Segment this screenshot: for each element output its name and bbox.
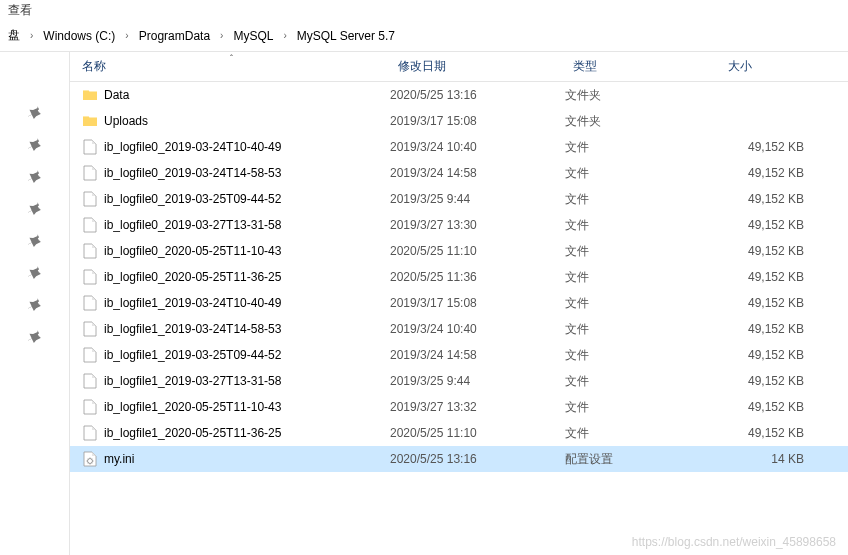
file-date: 2020/5/25 13:16 bbox=[390, 88, 565, 102]
file-row[interactable]: ib_logfile0_2020-05-25T11-10-432020/5/25… bbox=[70, 238, 848, 264]
file-type: 文件 bbox=[565, 191, 720, 208]
file-row[interactable]: ib_logfile1_2019-03-24T10-40-492019/3/17… bbox=[70, 290, 848, 316]
file-date: 2019/3/17 15:08 bbox=[390, 114, 565, 128]
file-name: ib_logfile1_2019-03-25T09-44-52 bbox=[104, 348, 281, 362]
pin-icon[interactable] bbox=[28, 298, 42, 312]
file-row[interactable]: ib_logfile1_2019-03-27T13-31-582019/3/25… bbox=[70, 368, 848, 394]
breadcrumb-item[interactable]: ProgramData bbox=[135, 27, 214, 45]
file-row[interactable]: ib_logfile1_2020-05-25T11-36-252020/5/25… bbox=[70, 420, 848, 446]
quick-access-sidebar bbox=[0, 52, 70, 555]
pin-icon[interactable] bbox=[28, 202, 42, 216]
file-name: ib_logfile1_2019-03-24T14-58-53 bbox=[104, 322, 281, 336]
file-name: ib_logfile0_2019-03-25T09-44-52 bbox=[104, 192, 281, 206]
file-row[interactable]: ib_logfile1_2019-03-25T09-44-522019/3/24… bbox=[70, 342, 848, 368]
file-name: ib_logfile0_2019-03-27T13-31-58 bbox=[104, 218, 281, 232]
pin-icon[interactable] bbox=[28, 138, 42, 152]
chevron-right-icon: › bbox=[216, 30, 227, 41]
file-type: 文件夹 bbox=[565, 113, 720, 130]
file-type: 文件 bbox=[565, 373, 720, 390]
file-size: 49,152 KB bbox=[720, 218, 820, 232]
column-headers: ˆ 名称 修改日期 类型 大小 bbox=[70, 52, 848, 82]
file-icon bbox=[82, 425, 98, 441]
pin-icon[interactable] bbox=[28, 330, 42, 344]
file-type: 文件 bbox=[565, 217, 720, 234]
file-size: 49,152 KB bbox=[720, 426, 820, 440]
file-size: 49,152 KB bbox=[720, 244, 820, 258]
sort-indicator-icon: ˆ bbox=[230, 53, 233, 63]
folder-row[interactable]: Data2020/5/25 13:16文件夹 bbox=[70, 82, 848, 108]
pin-icon[interactable] bbox=[28, 170, 42, 184]
menu-bar: 查看 bbox=[0, 0, 848, 20]
file-type: 文件 bbox=[565, 269, 720, 286]
breadcrumb: 盘›Windows (C:)›ProgramData›MySQL›MySQL S… bbox=[0, 20, 848, 52]
file-row[interactable]: my.ini2020/5/25 13:16配置设置14 KB bbox=[70, 446, 848, 472]
file-icon bbox=[82, 217, 98, 233]
file-date: 2019/3/24 10:40 bbox=[390, 140, 565, 154]
file-name: ib_logfile1_2019-03-24T10-40-49 bbox=[104, 296, 281, 310]
file-icon bbox=[82, 295, 98, 311]
file-date: 2019/3/25 9:44 bbox=[390, 374, 565, 388]
file-date: 2019/3/27 13:30 bbox=[390, 218, 565, 232]
file-icon bbox=[82, 347, 98, 363]
file-type: 文件 bbox=[565, 165, 720, 182]
file-list-pane: ˆ 名称 修改日期 类型 大小 Data2020/5/25 13:16文件夹Up… bbox=[70, 52, 848, 555]
chevron-right-icon: › bbox=[121, 30, 132, 41]
folder-row[interactable]: Uploads2019/3/17 15:08文件夹 bbox=[70, 108, 848, 134]
file-size: 49,152 KB bbox=[720, 322, 820, 336]
file-size: 49,152 KB bbox=[720, 296, 820, 310]
file-date: 2019/3/27 13:32 bbox=[390, 400, 565, 414]
file-date: 2020/5/25 11:10 bbox=[390, 244, 565, 258]
file-list: Data2020/5/25 13:16文件夹Uploads2019/3/17 1… bbox=[70, 82, 848, 472]
file-date: 2020/5/25 13:16 bbox=[390, 452, 565, 466]
folder-icon bbox=[82, 87, 98, 103]
file-date: 2019/3/25 9:44 bbox=[390, 192, 565, 206]
breadcrumb-item[interactable]: 盘 bbox=[4, 25, 24, 46]
file-date: 2019/3/24 10:40 bbox=[390, 322, 565, 336]
file-date: 2019/3/24 14:58 bbox=[390, 166, 565, 180]
breadcrumb-item[interactable]: MySQL Server 5.7 bbox=[293, 27, 399, 45]
column-header-type[interactable]: 类型 bbox=[565, 58, 720, 75]
file-row[interactable]: ib_logfile0_2019-03-25T09-44-522019/3/25… bbox=[70, 186, 848, 212]
file-icon bbox=[82, 399, 98, 415]
file-type: 文件 bbox=[565, 295, 720, 312]
file-type: 文件 bbox=[565, 139, 720, 156]
file-name: ib_logfile1_2020-05-25T11-10-43 bbox=[104, 400, 281, 414]
file-name: ib_logfile1_2020-05-25T11-36-25 bbox=[104, 426, 281, 440]
file-name: Uploads bbox=[104, 114, 148, 128]
file-size: 49,152 KB bbox=[720, 192, 820, 206]
file-size: 14 KB bbox=[720, 452, 820, 466]
file-icon bbox=[82, 269, 98, 285]
file-date: 2020/5/25 11:10 bbox=[390, 426, 565, 440]
file-icon bbox=[82, 373, 98, 389]
file-row[interactable]: ib_logfile0_2019-03-27T13-31-582019/3/27… bbox=[70, 212, 848, 238]
file-size: 49,152 KB bbox=[720, 270, 820, 284]
file-row[interactable]: ib_logfile0_2020-05-25T11-36-252020/5/25… bbox=[70, 264, 848, 290]
pin-icon[interactable] bbox=[28, 266, 42, 280]
file-name: ib_logfile0_2020-05-25T11-10-43 bbox=[104, 244, 281, 258]
file-row[interactable]: ib_logfile0_2019-03-24T10-40-492019/3/24… bbox=[70, 134, 848, 160]
file-size: 49,152 KB bbox=[720, 166, 820, 180]
file-name: ib_logfile1_2019-03-27T13-31-58 bbox=[104, 374, 281, 388]
file-row[interactable]: ib_logfile1_2020-05-25T11-10-432019/3/27… bbox=[70, 394, 848, 420]
file-name: ib_logfile0_2019-03-24T14-58-53 bbox=[104, 166, 281, 180]
breadcrumb-item[interactable]: MySQL bbox=[229, 27, 277, 45]
chevron-right-icon: › bbox=[279, 30, 290, 41]
file-type: 文件 bbox=[565, 399, 720, 416]
pin-icon[interactable] bbox=[28, 234, 42, 248]
file-name: Data bbox=[104, 88, 129, 102]
file-name: ib_logfile0_2019-03-24T10-40-49 bbox=[104, 140, 281, 154]
file-type: 文件 bbox=[565, 321, 720, 338]
pin-icon[interactable] bbox=[28, 106, 42, 120]
file-type: 配置设置 bbox=[565, 451, 720, 468]
file-icon bbox=[82, 165, 98, 181]
file-name: my.ini bbox=[104, 452, 134, 466]
file-icon bbox=[82, 243, 98, 259]
file-row[interactable]: ib_logfile0_2019-03-24T14-58-532019/3/24… bbox=[70, 160, 848, 186]
column-header-size[interactable]: 大小 bbox=[720, 58, 820, 75]
breadcrumb-item[interactable]: Windows (C:) bbox=[39, 27, 119, 45]
file-date: 2019/3/17 15:08 bbox=[390, 296, 565, 310]
column-header-date[interactable]: 修改日期 bbox=[390, 58, 565, 75]
chevron-right-icon: › bbox=[26, 30, 37, 41]
file-row[interactable]: ib_logfile1_2019-03-24T14-58-532019/3/24… bbox=[70, 316, 848, 342]
menu-label[interactable]: 查看 bbox=[8, 3, 32, 17]
